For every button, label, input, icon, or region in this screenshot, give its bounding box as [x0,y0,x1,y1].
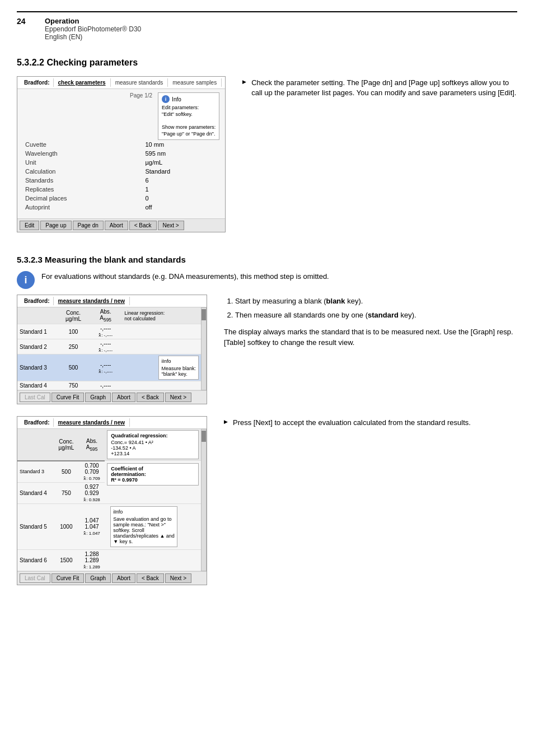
tab-measure-std-new-2[interactable]: measure standards / new [54,418,130,427]
scrollbar-1[interactable] [201,307,207,390]
std-conc-2: 250 [57,339,90,354]
note-row: i For evaluations without standards (e.g… [17,271,517,289]
std-reg-2 [121,339,201,354]
abort-button-1[interactable]: Abort [105,221,128,230]
std-conc-1: 100 [57,324,90,339]
param-value-decimal: 0 [143,194,219,203]
page-up-button-1[interactable]: Page up [40,221,71,230]
std-row-s6: Standard 6 1500 1.2881.289x̄: 1.289 [17,549,201,571]
section-533-right-bottom: Press [Next] to accept the evaluation ca… [224,416,517,430]
back-button-3[interactable]: < Back [137,573,164,583]
std-conc-s6: 1500 [54,549,79,571]
scroll-thumb-1 [202,309,206,320]
tab-measure-samples[interactable]: measure samples [168,78,222,87]
tab-measure-standards[interactable]: measure standards [111,78,168,87]
std-abs-s4: 0.9270.929x̄: 0.928 [79,482,105,503]
note-text: For evaluations without standards (e.g. … [41,271,329,282]
back-button-2[interactable]: < Back [137,393,164,402]
screen-footer-2: Last Cal Curve Fit Graph Abort < Back Ne… [17,390,207,404]
std-name-s3: Standard 3 [17,461,54,483]
std-reg-3: i Info Measure blank:"blank" key. [121,354,201,381]
info-box-screen3: i Info Save evaluation and go to sample … [110,506,177,547]
col-header-abs-1: Abs.A595 [90,307,121,324]
std-reg-1 [121,324,201,339]
step-1: Start by measuring a blank (blank key). [235,295,517,308]
abort-button-2[interactable]: Abort [112,393,135,402]
screen-body-1: i Info Edit parameters:"Edit" softkey. S… [17,89,225,218]
std-name-2: Standard 2 [17,339,57,354]
info-text-1: Edit parameters:"Edit" softkey. Show mor… [162,105,216,137]
coeff-title: Coefficient ofdetermination:R² = 0.9970 [111,466,195,483]
next-button-3[interactable]: Next > [165,573,191,583]
scrollbar-area-1: Conc.µg/mL Abs.A595 Linear regression:no… [17,307,207,390]
param-value-calculation: Standard [143,167,219,176]
param-label-decimal: Decimal places [23,194,143,203]
std-conc-3: 500 [57,354,90,381]
section-533-left-bottom: Bradford: measure standards / new Conc.µ… [17,416,207,589]
col-header-conc-1: Conc.µg/mL [57,307,90,324]
next-button-2[interactable]: Next > [165,393,191,402]
std-conc-4p: 750 [57,381,90,390]
param-label-standards: Standards [23,176,143,185]
regression-box: Quadratical regression: Conc.= 924.41 • … [107,430,199,459]
tab-check-params[interactable]: check parameters [54,78,111,87]
scrollbar-2[interactable] [201,429,207,571]
info-text-2: Measure blank:"blank" key. [161,366,196,377]
std-coeff-cell: Coefficient ofdetermination:R² = 0.9970 [105,461,201,504]
abort-button-3[interactable]: Abort [112,573,135,583]
edit-button-1[interactable]: Edit [20,221,39,230]
info-icon-1: i [162,95,170,103]
brand-label-2: Bradford: [21,297,54,305]
std-reg-4p [121,381,201,390]
std-name-s5: Standard 5 [17,503,54,549]
info-title-3: Info [114,509,123,515]
section-533-top: Bradford: measure standards / new Conc.µ… [17,295,517,408]
std-row-4-partial: Standard 4 750 -,---- [17,381,201,390]
brand-label-1: Bradford: [21,78,54,87]
std-abs-1: -,----x̄: -,---- [90,324,121,339]
section-533-bottom: Bradford: measure standards / new Conc.µ… [17,416,517,589]
std-name-1: Standard 1 [17,324,57,339]
screen-footer-1: Edit Page up Page dn Abort < Back Next > [17,218,225,232]
page-header: 24 Operation Eppendorf BioPhotometer® D3… [17,11,517,41]
tab-measure-std-new[interactable]: measure standards / new [54,297,130,305]
next-button-1[interactable]: Next > [158,221,184,230]
param-label-replicates: Replicates [23,185,143,194]
std-row-s5: Standard 5 1000 1.0471.047x̄: 1.047 i In… [17,503,201,549]
step-description: The display always marks the standard th… [224,326,517,348]
param-value-cuvette: 10 mm [143,140,219,149]
param-value-autoprint: off [143,203,219,212]
screen-footer-3: Last Cal Curve Fit Graph Abort < Back Ne… [17,571,207,585]
param-label-calculation: Calculation [23,167,143,176]
last-cal-button-2[interactable]: Last Cal [20,573,50,583]
section-532: 5.3.2.2 Checking parameters Bradford: ch… [17,58,517,238]
back-button-1[interactable]: < Back [129,221,157,230]
std-abs-s5: 1.0471.047x̄: 1.047 [79,503,105,549]
scroll-thumb-2 [202,431,206,442]
measure-standards-screen-1: Bradford: measure standards / new Conc.µ… [17,295,207,404]
param-value-wavelength: 595 nm [143,149,219,158]
section-533: 5.3.2.3 Measuring the blank and standard… [17,255,517,589]
std-abs-s3: 0.7000.709x̄: 0.709 [79,461,105,483]
coeff-box: Coefficient ofdetermination:R² = 0.9970 [107,463,199,486]
curve-fit-button-1[interactable]: Curve Fit [51,393,85,402]
std-name-4p: Standard 4 [17,381,57,390]
curve-fit-button-2[interactable]: Curve Fit [51,573,85,583]
param-value-replicates: 1 [143,185,219,194]
page-dn-button-1[interactable]: Page dn [73,221,104,230]
info-circle-icon: i [17,271,35,289]
page-number: 24 [17,17,34,26]
std-abs-4p: -,---- [90,381,121,390]
section-532-left: Bradford: check parameters measure stand… [17,76,226,238]
standards-table-1: Conc.µg/mL Abs.A595 Linear regression:no… [17,307,201,390]
brand-label-3: Bradford: [21,418,54,427]
language-label: English (EN) [45,33,141,41]
graph-button-1[interactable]: Graph [85,393,111,402]
graph-button-2[interactable]: Graph [85,573,111,583]
screen-header-2: Bradford: measure standards / new [17,295,207,307]
std-row-s3: Standard 3 500 0.7000.709x̄: 0.709 Coeff… [17,461,201,483]
regression-formula: Conc.= 924.41 • A²-134.52 • A+123.14 [111,440,195,456]
screen-header-3: Bradford: measure standards / new [17,417,207,429]
section-532-title: 5.3.2.2 Checking parameters [17,58,517,68]
last-cal-button-1[interactable]: Last Cal [20,393,50,402]
